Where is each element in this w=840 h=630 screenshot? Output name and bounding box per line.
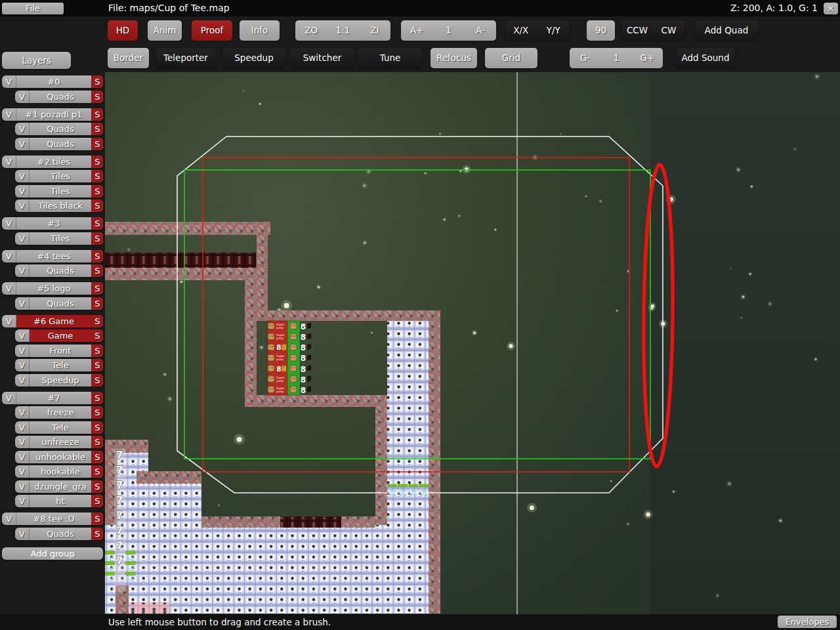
visibility-toggle[interactable]: V [2, 513, 16, 525]
visibility-toggle[interactable]: V [15, 264, 30, 277]
visibility-toggle[interactable]: V [2, 392, 16, 404]
solo-toggle[interactable]: S [91, 451, 103, 463]
layer-row[interactable]: VTilesS [15, 232, 103, 245]
visibility-toggle[interactable]: V [15, 406, 30, 419]
visibility-toggle[interactable]: V [15, 138, 30, 150]
visibility-toggle[interactable]: V [15, 374, 30, 387]
visibility-toggle[interactable]: V [15, 495, 30, 507]
switcher-button[interactable]: Switcher [291, 48, 354, 68]
add-group-button[interactable]: Add group [2, 547, 103, 560]
info-toggle-button[interactable]: Info [240, 20, 280, 41]
layer-group-row[interactable]: V#6 GameS [2, 315, 103, 327]
layer-group-row[interactable]: V#7S [2, 392, 103, 404]
visibility-toggle[interactable]: V [15, 297, 30, 310]
rotate-ccw-button[interactable]: CCW [621, 20, 653, 41]
visibility-toggle[interactable]: V [15, 123, 30, 135]
visibility-toggle[interactable]: V [15, 528, 30, 540]
visibility-toggle[interactable]: V [15, 421, 30, 434]
proof-toggle-button[interactable]: Proof [192, 20, 232, 41]
layer-group-row[interactable]: V#4 teesS [2, 250, 103, 262]
layer-row[interactable]: VunhookableS [15, 451, 103, 463]
visibility-toggle[interactable]: V [15, 170, 30, 182]
visibility-toggle[interactable]: V [15, 345, 30, 357]
teleporter-button[interactable]: Teleporter [156, 48, 216, 68]
grid-toggle-button[interactable]: Grid [485, 48, 537, 68]
layer-group-row[interactable]: V#5 logoS [2, 282, 103, 295]
speedup-button[interactable]: Speedup [222, 48, 285, 68]
solo-toggle[interactable]: S [91, 315, 103, 327]
solo-toggle[interactable]: S [91, 282, 103, 295]
solo-toggle[interactable]: S [91, 513, 103, 525]
layer-row[interactable]: VhtS [15, 495, 103, 507]
solo-toggle[interactable]: S [91, 374, 103, 387]
visibility-toggle[interactable]: V [15, 451, 30, 463]
layer-row[interactable]: VQuadsS [15, 123, 103, 135]
visibility-toggle[interactable]: V [2, 282, 16, 295]
layer-row[interactable]: Vdzungle_graS [15, 480, 103, 493]
solo-toggle[interactable]: S [91, 297, 103, 310]
visibility-toggle[interactable]: V [2, 108, 16, 121]
visibility-toggle[interactable]: V [15, 359, 30, 371]
layer-row[interactable]: VGameS [15, 329, 103, 342]
grid-increase-button[interactable]: G+ [632, 48, 663, 68]
visibility-toggle[interactable]: V [2, 217, 16, 230]
visibility-toggle[interactable]: V [15, 465, 30, 478]
visibility-toggle[interactable]: V [15, 200, 30, 212]
layer-row[interactable]: VQuadsS [15, 528, 103, 540]
visibility-toggle[interactable]: V [15, 91, 30, 103]
map-canvas[interactable]: SuperJump8SuperJump888SuperJump888SuperJ… [105, 72, 840, 614]
add-sound-button[interactable]: Add Sound [676, 48, 735, 68]
visibility-toggle[interactable]: V [15, 436, 30, 448]
layer-row[interactable]: VQuadsS [15, 91, 103, 103]
zoom-out-button[interactable]: ZO [295, 20, 327, 41]
solo-toggle[interactable]: S [91, 436, 103, 448]
layer-row[interactable]: VTilesS [15, 185, 103, 198]
layer-row[interactable]: VunfreezeS [15, 436, 103, 448]
layer-row[interactable]: VQuadsS [15, 264, 103, 277]
solo-toggle[interactable]: S [91, 345, 103, 357]
rotate-cw-button[interactable]: CW [653, 20, 684, 41]
solo-toggle[interactable]: S [91, 495, 103, 507]
solo-toggle[interactable]: S [91, 75, 103, 88]
visibility-toggle[interactable]: V [15, 480, 30, 493]
border-button[interactable]: Border [108, 48, 149, 68]
zoom-reset-button[interactable]: 1:1 [327, 20, 358, 41]
visibility-toggle[interactable]: V [2, 75, 16, 88]
layer-group-row[interactable]: V#8 tee :DS [2, 513, 103, 525]
anim-speed-down-button[interactable]: A- [465, 20, 496, 41]
solo-toggle[interactable]: S [91, 406, 103, 419]
solo-toggle[interactable]: S [91, 392, 103, 404]
layer-group-row[interactable]: V#1 pozadí p1S [2, 108, 103, 121]
layer-row[interactable]: VhookableS [15, 465, 103, 478]
hd-toggle-button[interactable]: HD [108, 20, 138, 41]
envelopes-button[interactable]: Envelopes [778, 616, 837, 628]
solo-toggle[interactable]: S [91, 264, 103, 277]
refocus-button[interactable]: Refocus [430, 48, 477, 68]
close-icon[interactable]: × [824, 3, 838, 14]
solo-toggle[interactable]: S [91, 185, 103, 198]
anim-toggle-button[interactable]: Anim [148, 20, 182, 41]
visibility-toggle[interactable]: V [2, 315, 16, 327]
layer-row[interactable]: VQuadsS [15, 297, 103, 310]
tune-button[interactable]: Tune [358, 48, 422, 68]
rotate-angle-value[interactable]: 90 [587, 20, 615, 41]
file-menu-button[interactable]: File [2, 3, 64, 14]
solo-toggle[interactable]: S [91, 123, 103, 135]
solo-toggle[interactable]: S [91, 91, 103, 103]
visibility-toggle[interactable]: V [15, 232, 30, 245]
solo-toggle[interactable]: S [91, 250, 103, 262]
flip-y-button[interactable]: Y/Y [537, 20, 570, 41]
solo-toggle[interactable]: S [91, 421, 103, 434]
layer-row[interactable]: VTeleS [15, 421, 103, 434]
layer-group-row[interactable]: V#3S [2, 217, 103, 230]
solo-toggle[interactable]: S [91, 200, 103, 212]
anim-speed-up-button[interactable]: A+ [401, 20, 432, 41]
solo-toggle[interactable]: S [91, 329, 103, 342]
visibility-toggle[interactable]: V [15, 329, 30, 342]
solo-toggle[interactable]: S [91, 232, 103, 245]
layer-group-row[interactable]: V#2 tilesS [2, 156, 103, 168]
layer-row[interactable]: VfreezeS [15, 406, 103, 419]
zoom-in-button[interactable]: ZI [359, 20, 390, 41]
visibility-toggle[interactable]: V [15, 185, 30, 198]
solo-toggle[interactable]: S [91, 480, 103, 493]
